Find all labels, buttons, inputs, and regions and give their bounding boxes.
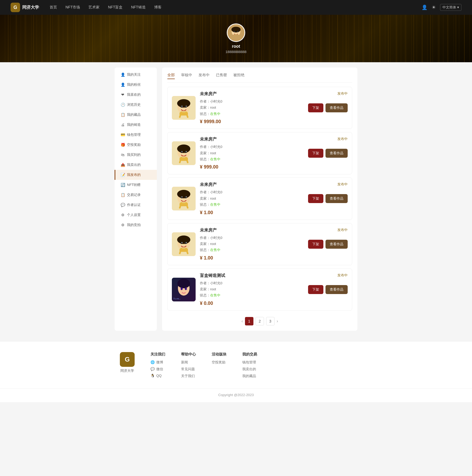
- tab-sold[interactable]: 已售罄: [216, 73, 227, 79]
- sidebar-item-settings[interactable]: ⚙个人设置: [115, 210, 157, 220]
- nft-title-2: 未来房产: [200, 182, 304, 187]
- nft-price-4: ¥ 0.00: [200, 301, 304, 306]
- sidebar-icon-my-bought: 🛍: [121, 153, 125, 157]
- view-button-2[interactable]: 查看作品: [325, 194, 348, 203]
- view-button-3[interactable]: 查看作品: [325, 240, 348, 249]
- nft-seller-3: root: [210, 242, 216, 246]
- nft-status-label-0: 状态：: [200, 112, 210, 116]
- navbar-nav-item[interactable]: 艺术家: [88, 5, 100, 10]
- footer-weibo[interactable]: 🌐 微博: [150, 360, 165, 365]
- nft-status-1: 在售中: [210, 157, 220, 161]
- nft-thumb-1: [172, 141, 196, 165]
- main-container: 👤我的关注👤我的粉丝❤我喜欢的🕐浏览历史📋我的藏品🖨我的铸造💳钱包管理🎁空投奖励…: [109, 68, 363, 331]
- nft-price-2: ¥ 1.00: [200, 210, 304, 215]
- nft-thumb-0: [172, 96, 196, 120]
- svg-text:S a m...: S a m...: [173, 297, 181, 300]
- pagination-next[interactable]: ›: [277, 319, 278, 324]
- sidebar-icon-airdrop: 🎁: [121, 143, 125, 147]
- footer: G 同济大学 关注我们 🌐 微博 💬 微信 🐧 QQ 帮助中心 新闻 常见问题 …: [0, 341, 472, 402]
- navbar-nav-item[interactable]: NFT铸造: [131, 5, 145, 10]
- svg-point-2: [232, 27, 241, 32]
- sidebar-item-wallet[interactable]: 💳钱包管理: [115, 130, 157, 140]
- nft-seller-0: root: [210, 105, 216, 109]
- sidebar-icon-my-mint: 🖨: [121, 123, 125, 127]
- pagination-prev[interactable]: ‹: [242, 319, 243, 324]
- sidebar-icon-my-collection: 📋: [121, 113, 125, 117]
- sidebar-item-my-follow[interactable]: 👤我的关注: [115, 70, 157, 80]
- nft-info-3: 未来房产 作者：小时光0 卖家：root 状态：在售中 ¥ 1.00: [196, 228, 308, 261]
- pagination: ‹123›: [167, 317, 352, 325]
- view-button-0[interactable]: 查看作品: [325, 103, 348, 112]
- navbar-nav-item[interactable]: 首页: [50, 5, 57, 10]
- sidebar-item-airdrop[interactable]: 🎁空投奖励: [115, 140, 157, 150]
- nft-status-label-3: 状态：: [200, 248, 210, 252]
- navbar-nav-item[interactable]: NFT市场: [65, 5, 80, 10]
- delist-button-3[interactable]: 下架: [308, 240, 323, 249]
- sidebar-item-my-likes[interactable]: ❤我喜欢的: [115, 90, 157, 100]
- navbar-nav-item[interactable]: 博客: [154, 5, 162, 10]
- navbar-nav-item[interactable]: NFT盲盒: [108, 5, 122, 10]
- navbar-logo[interactable]: G 同济大学: [11, 3, 39, 12]
- sidebar-item-my-auction[interactable]: ⚙我的竞拍: [115, 220, 157, 230]
- sidebar-icon-my-fans: 👤: [121, 83, 125, 87]
- nft-seller-1: root: [210, 151, 216, 155]
- language-selector[interactable]: 中文简体 ▾: [440, 4, 461, 11]
- footer-qq[interactable]: 🐧 QQ: [150, 374, 165, 378]
- sidebar-item-author-verify[interactable]: 💬作者认证: [115, 200, 157, 210]
- sidebar-label-my-follow: 我的关注: [127, 72, 141, 77]
- nft-item-4: S a m... 盲盒铸造测试 作者：小时光0 卖家：root 状态：在售中 ¥…: [167, 268, 352, 311]
- tab-rejected[interactable]: 被拒绝: [233, 73, 244, 79]
- footer-airdrop[interactable]: 空投奖励: [212, 360, 226, 365]
- delist-button-2[interactable]: 下架: [308, 194, 323, 203]
- sidebar-label-my-mint: 我的铸造: [127, 122, 141, 127]
- nft-item-2: 未来房产 作者：小时光0 卖家：root 状态：在售中 ¥ 1.00 下架 查看…: [167, 177, 352, 220]
- sidebar-item-my-collection[interactable]: 📋我的藏品: [115, 110, 157, 120]
- footer-wechat[interactable]: 💬 微信: [150, 367, 165, 372]
- delist-button-0[interactable]: 下架: [308, 103, 323, 112]
- sidebar-item-nft-transfer[interactable]: 🔄NFT转赠: [115, 180, 157, 190]
- nft-actions-3: 下架 查看作品: [308, 240, 348, 249]
- svg-point-4: [237, 31, 238, 32]
- sidebar-item-my-bought[interactable]: 🛍我买到的: [115, 150, 157, 160]
- sidebar-item-tx-history[interactable]: 📋交易记录: [115, 190, 157, 200]
- delist-button-1[interactable]: 下架: [308, 149, 323, 158]
- nft-seller-label-2: 卖家：: [200, 196, 210, 200]
- sidebar-icon-my-auction: ⚙: [121, 223, 125, 227]
- sidebar-item-my-published[interactable]: 📝我发布的: [115, 170, 157, 180]
- pagination-page-3[interactable]: 3: [266, 317, 275, 325]
- view-button-4[interactable]: 查看作品: [325, 285, 348, 294]
- sidebar-item-browse-history[interactable]: 🕐浏览历史: [115, 100, 157, 110]
- footer-my-collection[interactable]: 我的藏品: [242, 374, 257, 378]
- svg-point-28: [185, 196, 187, 198]
- footer-copyright: Copyright @2022-2023: [0, 388, 472, 397]
- nft-badge-0: 发布中: [337, 91, 348, 96]
- sidebar-label-my-fans: 我的粉丝: [127, 82, 141, 87]
- delist-button-4[interactable]: 下架: [308, 285, 323, 294]
- pagination-page-1[interactable]: 1: [245, 317, 253, 325]
- nft-actions-1: 下架 查看作品: [308, 149, 348, 158]
- footer-faq[interactable]: 常见问题: [181, 367, 196, 372]
- sidebar-label-my-collection: 我的藏品: [127, 112, 141, 117]
- footer-my-sold[interactable]: 我卖出的: [242, 367, 257, 372]
- nft-title-1: 未来房产: [200, 137, 304, 142]
- view-button-1[interactable]: 查看作品: [325, 149, 348, 158]
- nft-status-2: 在售中: [210, 203, 220, 206]
- sidebar-item-my-sold[interactable]: 📤我卖出的: [115, 160, 157, 170]
- tab-all[interactable]: 全部: [167, 73, 175, 79]
- nft-seller-label-3: 卖家：: [200, 242, 210, 246]
- tab-publishing[interactable]: 发布中: [199, 73, 210, 79]
- footer-news[interactable]: 新闻: [181, 360, 196, 365]
- svg-point-46: [181, 287, 183, 290]
- tab-reviewing[interactable]: 审核中: [181, 73, 192, 79]
- sidebar-item-my-mint[interactable]: 🖨我的铸造: [115, 120, 157, 130]
- nft-author-label-4: 作者：: [200, 281, 210, 285]
- footer-about[interactable]: 关于我们: [181, 374, 196, 378]
- theme-icon[interactable]: ☀: [432, 4, 436, 10]
- pagination-page-2[interactable]: 2: [256, 317, 264, 325]
- footer-wallet[interactable]: 钱包管理: [242, 360, 257, 365]
- svg-point-18: [181, 151, 183, 153]
- sidebar-item-my-fans[interactable]: 👤我的粉丝: [115, 80, 157, 90]
- sidebar-label-tx-history: 交易记录: [127, 193, 141, 197]
- user-icon[interactable]: 👤: [422, 4, 427, 10]
- sidebar-label-author-verify: 作者认证: [127, 203, 141, 207]
